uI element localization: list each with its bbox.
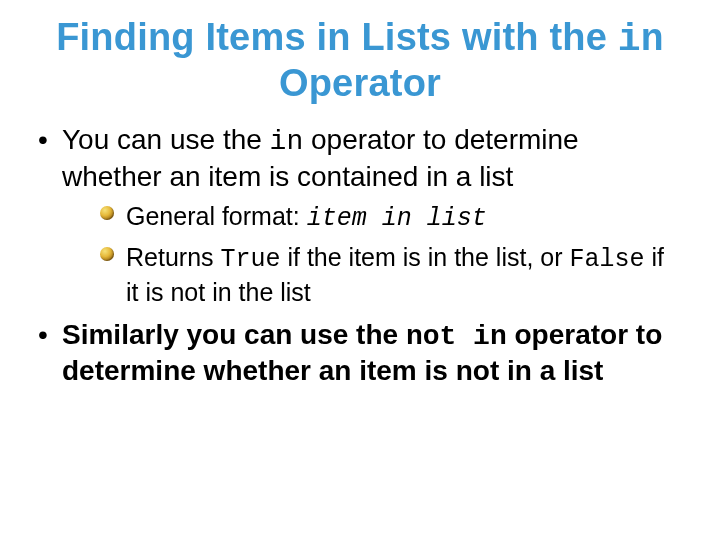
sub2-t1: Returns: [126, 243, 220, 271]
bullet-item-2: Similarly you can use the not in operato…: [38, 318, 682, 388]
slide: Finding Items in Lists with the in Opera…: [0, 0, 720, 540]
title-text-pre: Finding Items in Lists with the: [56, 16, 618, 58]
sub-item-1: General format: item in list: [100, 200, 682, 235]
bullet-item-1: You can use the in operator to determine…: [38, 123, 682, 307]
sub1-code: item in list: [307, 204, 487, 233]
bullet-1-t1: You can use the: [62, 124, 270, 155]
sub2-code2: False: [570, 245, 645, 274]
sub-item-2: Returns True if the item is in the list,…: [100, 241, 682, 308]
slide-title: Finding Items in Lists with the in Opera…: [38, 16, 682, 105]
sub2-t2: if the item is in the list, or: [281, 243, 570, 271]
disc-icon: [100, 247, 114, 261]
title-text-post: Operator: [279, 62, 441, 104]
sub2-code1: True: [220, 245, 280, 274]
bullet-2-text: Similarly you can use the not in operato…: [62, 319, 662, 386]
bullet-1-text: You can use the in operator to determine…: [62, 124, 579, 191]
bullet-1-code: in: [270, 126, 304, 157]
bullet-list: You can use the in operator to determine…: [38, 123, 682, 388]
sub1-t1: General format:: [126, 202, 307, 230]
bullet-2-t1: Similarly you can use the: [62, 319, 406, 350]
bullet-2-code: not in: [406, 321, 507, 352]
disc-icon: [100, 206, 114, 220]
sub-list-1: General format: item in list Returns Tru…: [62, 200, 682, 308]
title-code: in: [618, 18, 664, 61]
